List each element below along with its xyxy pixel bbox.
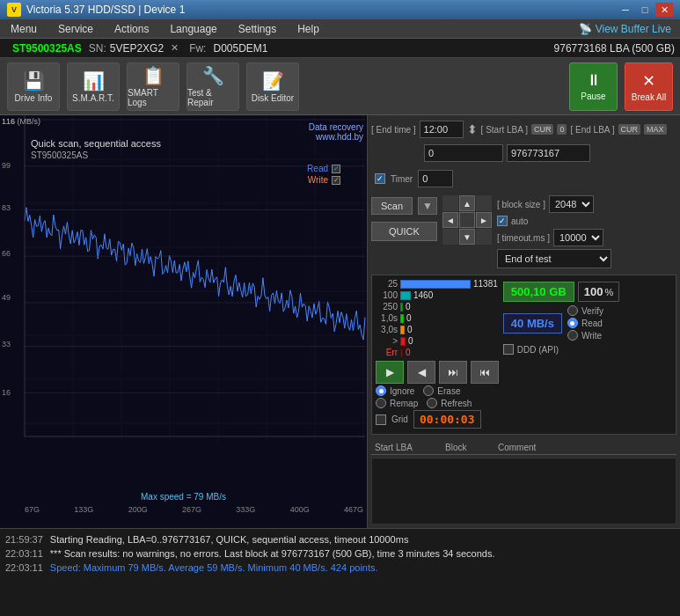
verify-radio-item[interactable]: Verify bbox=[567, 305, 603, 316]
skip-back-button[interactable]: ⏮ bbox=[471, 361, 499, 384]
nav-empty-tr bbox=[476, 195, 492, 211]
read-checkbox-row[interactable]: Read ✓ bbox=[307, 164, 340, 173]
drive-info-label: Drive Info bbox=[15, 93, 53, 103]
skip-fwd-button[interactable]: ⏭ bbox=[439, 361, 467, 384]
pct-badge: 100 % bbox=[578, 282, 619, 302]
log-time-3: 22:03:11 bbox=[5, 561, 43, 575]
drive-lba: 976773168 LBA (500 GB) bbox=[554, 42, 675, 55]
pause-icon: ⏸ bbox=[586, 71, 602, 90]
ddd-row: DDD (API) bbox=[503, 344, 619, 355]
end-cur-badge: CUR bbox=[618, 124, 641, 135]
x-axis: 67G 133G 200G 267G 333G 400G 467G bbox=[25, 505, 367, 514]
test-repair-button[interactable]: 🔧 Test & Repair bbox=[186, 62, 239, 111]
drive-info-button[interactable]: 💾 Drive Info bbox=[7, 62, 60, 111]
start-lba-input[interactable] bbox=[424, 144, 503, 162]
drive-tab-close[interactable]: ✕ bbox=[167, 42, 182, 54]
stat-val-250: 0 bbox=[406, 302, 411, 312]
write-checkbox-row[interactable]: Write ✓ bbox=[308, 175, 340, 185]
menu-item-language[interactable]: Language bbox=[159, 19, 227, 39]
auto-label: auto bbox=[511, 216, 528, 226]
end-time-input[interactable] bbox=[420, 121, 464, 138]
stats-panel: 25 11381 100 1460 250 bbox=[371, 275, 676, 435]
y-label-49: 49 bbox=[2, 293, 11, 302]
nav-left-button[interactable]: ◄ bbox=[442, 212, 458, 228]
scan-dropdown[interactable]: ▼ bbox=[418, 197, 437, 215]
x-label-67g: 67G bbox=[25, 505, 40, 514]
block-timeout-col: [ block size ] 2048 ✓ auto [ timeout.ms bbox=[497, 195, 611, 268]
menu-item-settings[interactable]: Settings bbox=[228, 19, 287, 39]
scan-row: Scan ▼ bbox=[371, 197, 437, 215]
grid-label: Grid bbox=[391, 414, 408, 424]
timer-checkbox[interactable]: ✓ bbox=[375, 173, 385, 184]
rewind-button[interactable]: ◀ bbox=[407, 361, 435, 384]
maximize-button[interactable]: □ bbox=[636, 3, 654, 17]
ddd-label: DDD (API) bbox=[517, 345, 559, 355]
read-checkbox[interactable]: ✓ bbox=[332, 165, 340, 173]
smart-icon: 📊 bbox=[83, 70, 105, 92]
refresh-radio[interactable] bbox=[427, 398, 437, 408]
stat-val-err: 0 bbox=[406, 348, 411, 357]
play-button[interactable]: ▶ bbox=[376, 361, 404, 384]
smart-logs-button[interactable]: 📋 SMART Logs bbox=[127, 62, 179, 111]
refresh-radio-item[interactable]: Refresh bbox=[427, 398, 472, 408]
lba-inputs-row bbox=[424, 143, 676, 164]
menu-item-service[interactable]: Service bbox=[48, 19, 104, 39]
nav-down-button[interactable]: ▼ bbox=[459, 229, 475, 245]
verify-radio[interactable] bbox=[567, 305, 578, 316]
read-radio-item[interactable]: Read bbox=[567, 318, 603, 328]
nav-up-button[interactable]: ▲ bbox=[459, 195, 475, 211]
time-spinner[interactable]: ⬍ bbox=[467, 122, 478, 136]
menu-item-actions[interactable]: Actions bbox=[104, 19, 159, 39]
log-time-2: 22:03:11 bbox=[5, 546, 43, 561]
y-label-83: 83 bbox=[2, 203, 11, 212]
view-buffer-live[interactable]: 📡 View Buffer Live bbox=[570, 21, 680, 37]
th-block: Block bbox=[445, 443, 498, 452]
disk-editor-button[interactable]: 📝 Disk Editor bbox=[246, 62, 299, 111]
grid-checkbox[interactable] bbox=[376, 414, 386, 425]
remap-radio[interactable] bbox=[376, 398, 386, 408]
end-of-test-select[interactable]: End of test bbox=[497, 249, 611, 268]
read-radio[interactable] bbox=[567, 318, 578, 328]
timeout-select[interactable]: 10000 bbox=[553, 229, 603, 246]
end-lba-input[interactable] bbox=[507, 144, 590, 162]
pct-value: 100 bbox=[584, 285, 603, 298]
table-header: Start LBA Block Comment bbox=[371, 441, 676, 455]
write-checkbox[interactable]: ✓ bbox=[332, 176, 340, 185]
timer-label: Timer bbox=[391, 174, 413, 184]
ignore-radio-item[interactable]: Ignore bbox=[376, 385, 414, 396]
quick-button[interactable]: QUICK bbox=[371, 222, 437, 241]
pause-button[interactable]: ⏸ Pause bbox=[569, 62, 618, 111]
nav-center-button[interactable] bbox=[459, 212, 475, 228]
nav-right-button[interactable]: ► bbox=[476, 212, 492, 228]
stat-bar-3s bbox=[400, 326, 405, 334]
cap-speed-radio-row: 25 11381 100 1460 250 bbox=[376, 279, 672, 357]
stat-bar-gt bbox=[400, 337, 406, 346]
close-button[interactable]: ✕ bbox=[655, 3, 673, 17]
drive-model: ST9500325AS bbox=[5, 42, 89, 55]
scan-button[interactable]: Scan bbox=[371, 197, 413, 215]
menu-item-menu[interactable]: Menu bbox=[0, 19, 48, 39]
menu-item-help[interactable]: Help bbox=[287, 19, 330, 39]
write-label-text: Write bbox=[308, 175, 328, 185]
smart-button[interactable]: 📊 S.M.A.R.T. bbox=[67, 62, 120, 111]
end-lba-label: [ End LBA ] bbox=[570, 125, 614, 135]
titlebar-controls[interactable]: ─ □ ✕ bbox=[617, 3, 673, 17]
auto-checkbox[interactable]: ✓ bbox=[497, 216, 508, 226]
minimize-button[interactable]: ─ bbox=[617, 3, 634, 17]
remap-radio-item[interactable]: Remap bbox=[376, 398, 418, 408]
erase-radio[interactable] bbox=[423, 385, 434, 396]
verify-read-write-radios: Verify Read Write bbox=[567, 305, 603, 341]
table-body bbox=[371, 458, 676, 524]
drive-info-icon: 💾 bbox=[23, 70, 45, 92]
ignore-radio[interactable] bbox=[376, 385, 386, 396]
ddd-checkbox[interactable] bbox=[503, 344, 514, 355]
smart-label: S.M.A.R.T. bbox=[72, 93, 114, 103]
timer-input[interactable] bbox=[418, 170, 453, 187]
erase-radio-item[interactable]: Erase bbox=[423, 385, 460, 396]
break-all-button[interactable]: ✕ Break All bbox=[625, 62, 673, 111]
toolbar: 💾 Drive Info 📊 S.M.A.R.T. 📋 SMART Logs 🔧… bbox=[0, 58, 680, 115]
block-size-select[interactable]: 2048 bbox=[549, 195, 594, 213]
write-radio[interactable] bbox=[567, 330, 578, 341]
write-radio-item[interactable]: Write bbox=[567, 330, 603, 341]
erase-label: Erase bbox=[437, 386, 460, 396]
